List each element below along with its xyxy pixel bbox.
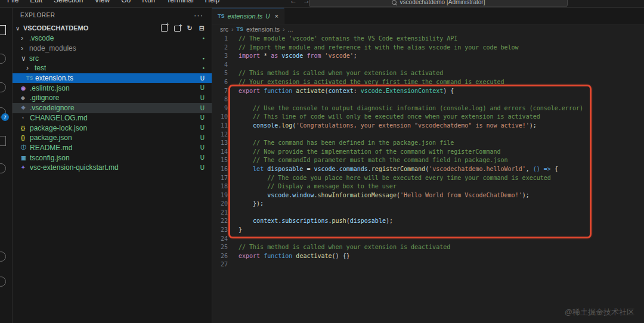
explorer-root-folder[interactable]: ∨ VSCODECHATDEMO ↻ ⊟ xyxy=(12,23,212,33)
menu-item-run[interactable]: Run xyxy=(142,0,155,4)
json-file-icon: {} xyxy=(21,135,29,141)
menu-item-terminal[interactable]: Terminal xyxy=(166,0,193,4)
breadcrumb-symbol[interactable]: ... xyxy=(288,26,293,33)
file-label: CHANGELOG.md xyxy=(30,114,88,122)
code-line[interactable]: 15 // The commandId parameter must match… xyxy=(212,156,644,165)
tree-item-README.md[interactable]: ⓘREADME.mdU xyxy=(12,143,212,153)
code-line[interactable]: 2// Import the module and reference it w… xyxy=(212,44,644,52)
git-untracked-badge: U xyxy=(200,125,205,131)
menu-item-help[interactable]: Help xyxy=(205,0,220,4)
line-number: 1 xyxy=(212,35,228,44)
file-label: .vscodeignore xyxy=(30,104,75,112)
code-line[interactable]: 14 // Now provide the implementation of … xyxy=(212,148,644,157)
file-label: src xyxy=(29,54,39,63)
tree-item-src[interactable]: ∨src● xyxy=(12,53,212,63)
code-text: // The commandId parameter must match th… xyxy=(228,156,508,165)
code-text: // This method is called when your exten… xyxy=(228,69,443,78)
code-text xyxy=(228,260,239,269)
code-line[interactable]: 10 // This line of code will only be exe… xyxy=(212,113,644,122)
go-back-icon[interactable]: ← xyxy=(290,0,297,5)
typescript-file-icon: TS xyxy=(218,13,225,19)
search-icon[interactable] xyxy=(0,54,6,64)
vscode-file-icon: ❖ xyxy=(21,105,29,111)
settings-gear-icon[interactable] xyxy=(0,277,6,287)
code-line[interactable]: 22 context.subscriptions.push(disposable… xyxy=(212,217,644,226)
collapse-all-icon[interactable]: ⊟ xyxy=(199,25,205,31)
code-line[interactable]: 23} xyxy=(212,226,644,235)
code-line[interactable]: 27 xyxy=(212,260,644,269)
line-number: 18 xyxy=(212,182,228,191)
tree-item-tsconfig.json[interactable]: ▣tsconfig.jsonU xyxy=(12,153,212,163)
code-line[interactable]: 4 xyxy=(212,61,644,70)
close-icon[interactable]: × xyxy=(274,13,278,20)
menu-item-file[interactable]: File xyxy=(7,0,18,4)
chevron-down-icon: ∨ xyxy=(21,54,29,63)
code-line[interactable]: 26export function deactivate() {} xyxy=(212,252,644,261)
code-line[interactable]: 11 console.log('Congratulations, your ex… xyxy=(212,122,644,131)
tree-item-package.json[interactable]: {}package.jsonU xyxy=(12,133,212,143)
menu-item-edit[interactable]: Edit xyxy=(30,0,42,4)
tree-item-.eslintrc.json[interactable]: ◉.eslintrc.jsonU xyxy=(12,83,212,93)
code-line[interactable]: 3import * as vscode from 'vscode'; xyxy=(212,52,644,61)
refresh-icon[interactable]: ↻ xyxy=(187,25,193,31)
tree-item-CHANGELOG.md[interactable]: ◔CHANGELOG.mdU xyxy=(12,113,212,123)
code-line[interactable]: 1// The module 'vscode' contains the VS … xyxy=(212,35,644,44)
code-text xyxy=(228,209,239,218)
line-number: 19 xyxy=(212,191,228,200)
code-line[interactable]: 13 // The command has been defined in th… xyxy=(212,139,644,148)
menu-item-selection[interactable]: Selection xyxy=(54,0,83,4)
git-modified-dot-icon: ● xyxy=(202,57,205,60)
tree-item-extension.ts[interactable]: TSextension.tsU xyxy=(12,73,212,83)
breadcrumb[interactable]: src › TS extension.ts › ... xyxy=(212,24,644,34)
source-control-icon[interactable] xyxy=(0,82,6,92)
code-line[interactable]: 18 // Display a message box to the user xyxy=(212,182,644,191)
new-file-icon[interactable] xyxy=(161,24,168,32)
tree-item-.vscodeignore[interactable]: ❖.vscodeignoreU xyxy=(12,103,212,113)
menu-item-go[interactable]: Go xyxy=(121,0,131,4)
chevron-right-icon: › xyxy=(26,64,34,72)
code-line[interactable]: 17 // The code you place here will be ex… xyxy=(212,174,644,183)
code-line[interactable]: 19 vscode.window.showInformationMessage(… xyxy=(212,191,644,200)
tree-item-.gitignore[interactable]: ◆.gitignoreU xyxy=(12,93,212,103)
code-line[interactable]: 20 }); xyxy=(212,200,644,209)
new-folder-icon[interactable] xyxy=(174,26,181,32)
code-line[interactable]: 16 let disposable = vscode.commands.regi… xyxy=(212,165,644,174)
chevron-right-icon: › xyxy=(21,34,29,42)
more-actions-icon[interactable]: ··· xyxy=(194,11,203,20)
remote-explorer-icon[interactable] xyxy=(0,163,6,173)
code-line[interactable]: 12 xyxy=(212,131,644,139)
code-line[interactable]: 9 // Use the console to output diagnosti… xyxy=(212,104,644,113)
tab-extension-ts[interactable]: TS extension.ts U × xyxy=(212,7,284,24)
line-number: 7 xyxy=(212,87,228,96)
json-file-icon: {} xyxy=(21,125,29,131)
code-line[interactable]: 7export function activate(context: vscod… xyxy=(212,87,644,96)
code-line[interactable]: 24 xyxy=(212,235,644,244)
code-line[interactable]: 21 xyxy=(212,209,644,218)
tree-item-vsc-extension-quickstart.md[interactable]: ✦vsc-extension-quickstart.mdU xyxy=(12,163,212,173)
breadcrumb-src[interactable]: src xyxy=(220,26,228,33)
line-number: 5 xyxy=(212,69,228,78)
code-text: let disposable = vscode.commands.registe… xyxy=(228,165,558,174)
extensions-icon[interactable] xyxy=(0,136,6,146)
tree-item-.vscode[interactable]: ›.vscode● xyxy=(12,33,212,44)
file-label: .vscode xyxy=(29,34,54,42)
explorer-icon[interactable] xyxy=(0,25,6,35)
tree-item-node_modules[interactable]: ›node_modules xyxy=(12,44,212,54)
code-line[interactable]: 8 xyxy=(212,95,644,104)
account-icon[interactable] xyxy=(0,251,6,262)
line-number: 11 xyxy=(212,122,228,131)
code-line[interactable]: 6// Your extension is activated the very… xyxy=(212,78,644,87)
code-line[interactable]: 25// This method is called when your ext… xyxy=(212,243,644,252)
code-lines[interactable]: 1// The module 'vscode' contains the VS … xyxy=(212,35,644,323)
tree-item-package-lock.json[interactable]: {}package-lock.jsonU xyxy=(12,123,212,133)
line-number: 22 xyxy=(212,217,228,226)
tree-item-test[interactable]: ›test● xyxy=(12,63,212,73)
code-line[interactable]: 5// This method is called when your exte… xyxy=(212,69,644,78)
breadcrumb-file[interactable]: extension.ts xyxy=(246,26,280,33)
command-center-search[interactable]: vscodechatdemo [Administrator] xyxy=(309,0,568,7)
line-number: 16 xyxy=(212,165,228,174)
menu-item-view[interactable]: View xyxy=(94,0,110,4)
code-text: export function activate(context: vscode… xyxy=(228,87,454,96)
tab-label: extension.ts xyxy=(228,13,263,20)
line-number: 20 xyxy=(212,200,228,209)
